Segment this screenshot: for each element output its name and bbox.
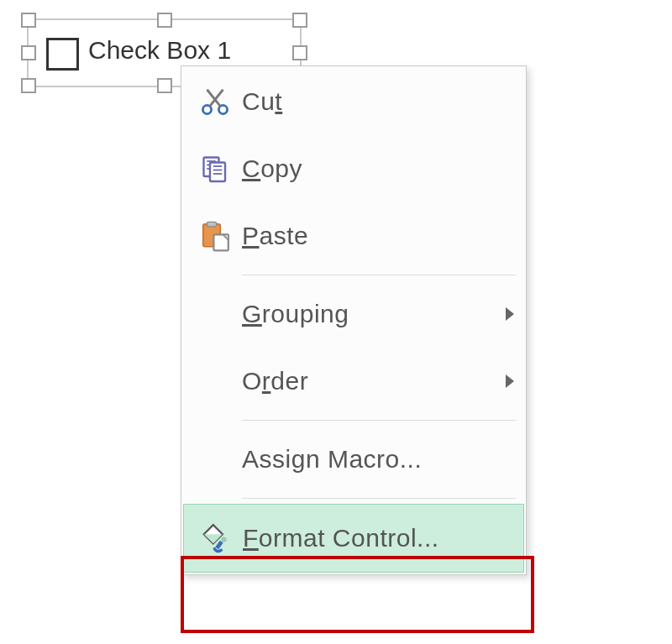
resize-handle-top-left[interactable] — [21, 13, 36, 28]
menu-item-grouping[interactable]: Grouping — [181, 280, 526, 348]
paste-icon — [188, 220, 242, 252]
scissors-icon — [188, 86, 242, 118]
resize-handle-middle-right[interactable] — [292, 45, 307, 60]
menu-item-assign-macro[interactable]: Assign Macro... — [181, 426, 526, 493]
menu-item-paste[interactable]: Paste — [181, 202, 526, 270]
resize-handle-bottom-middle[interactable] — [157, 78, 172, 93]
checkbox-box[interactable] — [46, 38, 79, 71]
menu-item-label: Order — [242, 367, 501, 395]
menu-item-format-control[interactable]: Format Control... — [183, 504, 524, 573]
menu-item-label: Copy — [242, 154, 514, 183]
menu-separator — [242, 420, 516, 421]
menu-item-label: Format Control... — [243, 524, 513, 552]
copy-icon — [188, 154, 242, 184]
menu-item-cut[interactable]: Cut — [181, 68, 526, 135]
menu-item-label: Assign Macro... — [242, 445, 514, 474]
svg-rect-13 — [207, 222, 217, 227]
resize-handle-middle-left[interactable] — [21, 45, 36, 60]
svg-point-0 — [202, 105, 211, 113]
svg-line-2 — [210, 90, 223, 107]
menu-item-label: Grouping — [242, 300, 501, 328]
svg-rect-17 — [215, 541, 223, 550]
svg-point-16 — [221, 537, 226, 542]
menu-item-label: Paste — [242, 222, 514, 250]
menu-item-order[interactable]: Order — [181, 348, 526, 415]
svg-point-1 — [218, 105, 227, 113]
svg-rect-8 — [210, 163, 225, 182]
menu-separator — [242, 275, 516, 275]
svg-line-3 — [207, 90, 221, 107]
submenu-arrow-icon — [506, 374, 514, 388]
resize-handle-bottom-left[interactable] — [21, 78, 36, 93]
resize-handle-top-middle[interactable] — [157, 13, 172, 28]
submenu-arrow-icon — [506, 307, 514, 321]
context-menu: Cut Copy — [181, 65, 527, 575]
checkbox-label: Check Box 1 — [88, 36, 231, 65]
menu-item-copy[interactable]: Copy — [181, 135, 526, 202]
resize-handle-top-right[interactable] — [292, 13, 307, 28]
menu-item-label: Cut — [242, 87, 514, 116]
menu-separator — [242, 498, 516, 499]
format-control-icon — [189, 522, 243, 554]
